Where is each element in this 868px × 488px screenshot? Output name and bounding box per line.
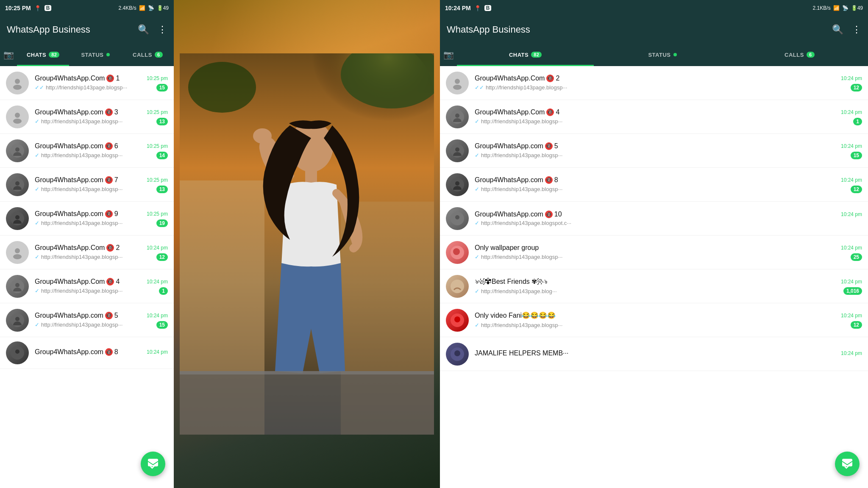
svg-point-22	[188, 62, 256, 113]
right-chat-name-3: Group4WhatsApp.com🔞5	[475, 142, 558, 150]
right-time: 10:24 PM	[445, 5, 471, 11]
left-chat-item-3[interactable]: Group4WhatsApp.com🔞6 10:25 pm ✓ http://f…	[0, 134, 174, 168]
right-status-label: STATUS	[648, 52, 670, 58]
right-chat-name-7: ঌ꧁✾Best Friends ✾꧂ঌ	[475, 277, 547, 286]
right-chat-name-1: Group4WhatsApp.Com🔞2	[475, 75, 559, 82]
right-search-icon[interactable]: 🔍	[832, 24, 843, 35]
right-chat-item-1[interactable]: Group4WhatsApp.Com🔞2 10:24 pm ✓✓ http://…	[440, 66, 868, 100]
right-check-5: ✓	[475, 220, 479, 226]
left-chat-item-7[interactable]: Group4WhatsApp.Com🔞4 10:24 pm ✓ http://f…	[0, 269, 174, 303]
left-app-title: WhatsApp Business	[7, 24, 90, 35]
left-chat-time-9: 10:24 pm	[147, 349, 168, 355]
left-fab[interactable]	[141, 452, 165, 476]
right-chat-content-5: Group4WhatsApp.com🔞10 10:24 pm ✓ http://…	[475, 211, 862, 226]
left-chat-item-2[interactable]: Group4WhatsApp.com🔞3 10:25 pm ✓ http://f…	[0, 100, 174, 134]
svg-rect-28	[180, 371, 434, 435]
right-chat-item-6[interactable]: Only wallpaper group 10:24 pm ✓ http://f…	[440, 236, 868, 269]
svg-point-1	[13, 85, 22, 90]
right-tab-status[interactable]: STATUS	[594, 43, 731, 66]
left-chat-item-1[interactable]: Group4WhatsApp.Com🔞1 10:25 pm ✓✓ http://…	[0, 66, 174, 100]
right-check-6: ✓	[475, 254, 479, 260]
left-tab-status[interactable]: STATUS	[69, 43, 121, 66]
left-calls-badge: 6	[155, 52, 163, 58]
left-menu-icon[interactable]: ⋮	[158, 24, 167, 35]
right-unread-6: 25	[851, 253, 862, 261]
right-check-4: ✓	[475, 186, 479, 192]
left-avatar-2	[6, 105, 29, 128]
left-avatar-5	[6, 207, 29, 230]
left-chat-name-8: Group4WhatsApp.com🔞5	[35, 312, 118, 319]
left-signal-icon: 📶	[139, 5, 145, 11]
svg-point-30	[455, 79, 460, 84]
left-tab-chats[interactable]: CHATS 82	[17, 43, 69, 66]
right-restricted-4: 🔞	[545, 176, 553, 184]
right-avatar-4	[446, 173, 469, 196]
left-tab-calls[interactable]: CALLS 6	[122, 43, 174, 66]
left-unread-6: 12	[156, 253, 168, 261]
left-chat-item-9[interactable]: Group4WhatsApp.com🔞8 10:24 pm	[0, 337, 174, 369]
left-chat-time-7: 10:24 pm	[147, 279, 168, 285]
center-photo	[174, 0, 440, 488]
left-status-b-badge: B	[45, 5, 52, 11]
left-camera-tab[interactable]: 📷	[0, 43, 17, 66]
left-avatar-7	[6, 275, 29, 298]
left-chat-content-9: Group4WhatsApp.com🔞8 10:24 pm	[35, 348, 168, 358]
right-calls-label: CALLS	[785, 52, 804, 58]
svg-point-11	[13, 254, 22, 259]
left-chat-item-5[interactable]: Group4WhatsApp.com🔞9 10:25 pm ✓ http://f…	[0, 202, 174, 236]
left-header-icons: 🔍 ⋮	[138, 24, 167, 35]
right-chat-item-4[interactable]: Group4WhatsApp.com🔞8 10:24 pm ✓ http://f…	[440, 168, 868, 202]
right-chat-content-8: Only video Fani😂😂😂😂 10:24 pm ✓ http://fr…	[475, 311, 862, 329]
right-unread-7: 1,016	[843, 287, 862, 295]
right-tab-calls[interactable]: CALLS 6	[731, 43, 868, 66]
right-camera-tab[interactable]: 📷	[440, 43, 457, 66]
left-chat-item-4[interactable]: Group4WhatsApp.com🔞7 10:25 pm ✓ http://f…	[0, 168, 174, 202]
left-speed: 2.4KB/s	[119, 5, 136, 11]
right-chat-content-9: JAMALIFE HELPERS MEMB··· 10:24 pm	[475, 349, 862, 359]
svg-point-7	[15, 181, 19, 186]
left-chat-content-5: Group4WhatsApp.com🔞9 10:25 pm ✓ http://f…	[35, 210, 168, 227]
right-chat-item-8[interactable]: Only video Fani😂😂😂😂 10:24 pm ✓ http://fr…	[440, 303, 868, 337]
left-unread-1: 15	[156, 84, 168, 92]
right-avatar-3	[446, 139, 469, 162]
left-camera-icon: 📷	[3, 50, 14, 60]
right-chat-item-9[interactable]: JAMALIFE HELPERS MEMB··· 10:24 pm	[440, 337, 868, 371]
left-check-2: ✓	[35, 118, 39, 125]
left-unread-7: 1	[159, 287, 168, 295]
right-menu-icon[interactable]: ⋮	[852, 24, 861, 35]
right-fab[interactable]	[835, 452, 860, 476]
left-status-bar: 10:25 PM 📍 B 2.4KB/s 📶 📡 🔋49	[0, 0, 174, 16]
right-tab-chats[interactable]: CHATS 82	[457, 43, 594, 66]
right-chat-content-1: Group4WhatsApp.Com🔞2 10:24 pm ✓✓ http://…	[475, 75, 862, 92]
left-chat-list: Group4WhatsApp.Com🔞1 10:25 pm ✓✓ http://…	[0, 66, 174, 488]
right-chat-item-3[interactable]: Group4WhatsApp.com🔞5 10:24 pm ✓ http://f…	[440, 134, 868, 168]
left-chat-content-7: Group4WhatsApp.Com🔞4 10:24 pm ✓ http://f…	[35, 278, 168, 295]
right-chat-time-6: 10:24 pm	[841, 245, 862, 251]
right-chat-item-7[interactable]: ঌ꧁✾Best Friends ✾꧂ঌ 10:24 pm ✓ http://fr…	[440, 269, 868, 303]
right-chat-time-7: 10:24 pm	[841, 279, 862, 285]
right-chat-preview-6: ✓ http://friendship143page.blogsp···	[475, 254, 847, 260]
right-avatar-7	[446, 275, 469, 298]
left-search-icon[interactable]: 🔍	[138, 24, 149, 35]
svg-point-13	[15, 283, 19, 287]
right-restricted-5: 🔞	[545, 211, 553, 218]
right-chat-item-2[interactable]: Group4WhatsApp.Com🔞4 10:24 pm ✓ http://f…	[440, 100, 868, 134]
left-chat-item-8[interactable]: Group4WhatsApp.com🔞5 10:24 pm ✓ http://f…	[0, 303, 174, 337]
left-chat-preview-6: ✓ http://friendship143page.blogsp···	[35, 254, 153, 260]
right-chat-time-4: 10:24 pm	[841, 177, 862, 183]
right-chat-preview-7: ✓ http://friendship143page.blog···	[475, 288, 840, 294]
left-restricted-1: 🔞	[106, 75, 114, 82]
right-check-3: ✓	[475, 152, 479, 158]
svg-point-27	[253, 128, 272, 144]
right-wifi-icon: 📡	[842, 5, 849, 11]
left-calls-label: CALLS	[133, 52, 152, 58]
left-chat-item-6[interactable]: Group4WhatsApp.Com🔞2 10:24 pm ✓ http://f…	[0, 236, 174, 269]
right-chat-time-8: 10:24 pm	[841, 313, 862, 319]
left-chat-content-3: Group4WhatsApp.com🔞6 10:25 pm ✓ http://f…	[35, 142, 168, 159]
left-chat-name-4: Group4WhatsApp.com🔞7	[35, 176, 118, 184]
left-check-5: ✓	[35, 220, 39, 226]
right-chat-content-3: Group4WhatsApp.com🔞5 10:24 pm ✓ http://f…	[475, 142, 862, 159]
left-chat-name-6: Group4WhatsApp.Com🔞2	[35, 244, 120, 252]
right-chat-item-5[interactable]: Group4WhatsApp.com🔞10 10:24 pm ✓ http://…	[440, 202, 868, 236]
left-avatar-6	[6, 241, 29, 264]
